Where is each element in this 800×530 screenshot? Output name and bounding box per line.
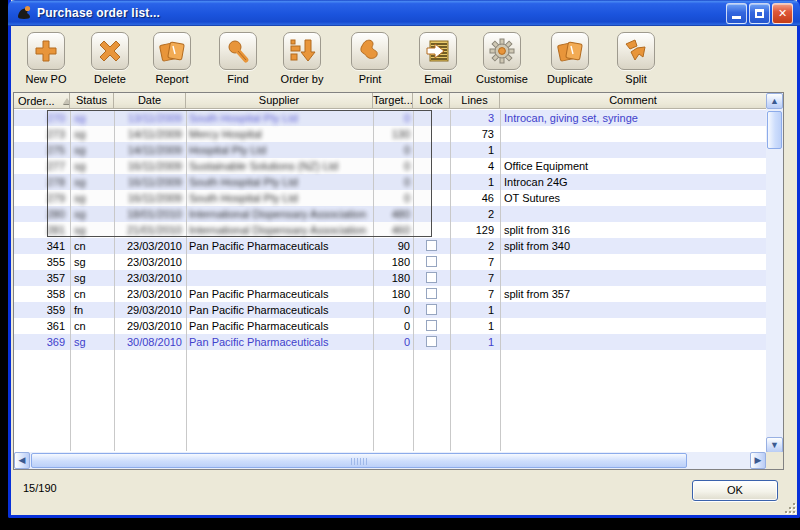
lock-checkbox[interactable] (426, 320, 437, 331)
cell-date: 29/03/2010 (114, 318, 186, 334)
table-row[interactable]: 273sg14/11/2009Mercy Hospital13073 (14, 126, 766, 142)
plus-icon (33, 38, 59, 64)
cell-status: sg (70, 254, 114, 270)
cell-date: 23/03/2010 (114, 286, 186, 302)
cell-lines: 1 (450, 142, 500, 158)
report-button[interactable]: Report (139, 32, 205, 85)
delete-button[interactable]: Delete (77, 32, 143, 85)
scroll-up-button[interactable]: ▲ (766, 93, 783, 109)
table-row[interactable]: 359fn29/03/2010Pan Pacific Pharmaceutica… (14, 302, 766, 318)
horizontal-scrollbar[interactable]: ◀ ▶ (14, 452, 766, 469)
minimize-button[interactable] (726, 3, 747, 24)
toolbar-label: Report (139, 73, 205, 85)
lock-checkbox[interactable] (426, 336, 437, 347)
horizontal-scroll-thumb[interactable] (31, 453, 687, 468)
table-row[interactable]: 357sg23/03/20101807 (14, 270, 766, 286)
minimize-icon (732, 16, 741, 19)
table-row[interactable]: 277sg16/11/2009Sustainable Solutions (NZ… (14, 158, 766, 174)
table-row[interactable]: 361cn29/03/2010Pan Pacific Pharmaceutica… (14, 318, 766, 334)
vertical-scroll-thumb[interactable] (767, 111, 782, 149)
table-row[interactable]: 281sg21/01/2010International Dispensary … (14, 222, 766, 238)
table-row[interactable]: 279sg16/11/2009South Hospital Pty Ltd046… (14, 190, 766, 206)
cell-comment: Introcan, giving set, syringe (500, 110, 766, 126)
cell-date: 14/11/2009 (114, 126, 186, 142)
cell-lock (413, 190, 450, 206)
order-by-button[interactable]: Order by (269, 32, 335, 85)
cell-lines: 4 (450, 158, 500, 174)
cell-lock (413, 126, 450, 142)
column-header-comment[interactable]: Comment (500, 93, 766, 109)
scroll-left-button[interactable]: ◀ (14, 452, 30, 469)
column-header-supplier[interactable]: Supplier (186, 93, 373, 109)
cell-status: sg (70, 190, 114, 206)
sort-down-icon (288, 38, 316, 64)
purchase-order-table: Order... Status Date Supplier Target... … (13, 92, 784, 470)
arrow-down-icon: ▼ (770, 441, 779, 450)
column-header-lock[interactable]: Lock (413, 93, 450, 109)
lock-checkbox[interactable] (426, 256, 437, 267)
cell-order: 273 (14, 126, 70, 142)
customise-button[interactable]: Customise (469, 32, 535, 85)
scrollbar-corner (766, 452, 783, 469)
cell-date: 16/11/2009 (114, 158, 186, 174)
cell-status: sg (70, 110, 114, 126)
cell-date: 23/03/2010 (114, 270, 186, 286)
cell-order: 277 (14, 158, 70, 174)
lock-checkbox[interactable] (426, 288, 437, 299)
print-button[interactable]: Print (337, 32, 403, 85)
new-po-button[interactable]: New PO (13, 32, 79, 85)
column-header-target[interactable]: Target... (373, 93, 413, 109)
titlebar[interactable]: Purchase order list... ✕ (8, 0, 800, 26)
cell-comment (500, 302, 766, 318)
toolbar-label: Order by (269, 73, 335, 85)
duplicate-button[interactable]: Duplicate (537, 32, 603, 85)
split-button[interactable]: Split (603, 32, 669, 85)
table-row[interactable]: 358cn23/03/2010Pan Pacific Pharmaceutica… (14, 286, 766, 302)
table-row[interactable]: 355sg23/03/20101807 (14, 254, 766, 270)
cell-comment (500, 318, 766, 334)
thumb-grip-icon (351, 458, 368, 465)
lock-checkbox[interactable] (426, 304, 437, 315)
cell-date: 13/11/2009 (114, 110, 186, 126)
cell-supplier: Hospital Pty Ltd (186, 142, 373, 158)
lock-checkbox[interactable] (426, 272, 437, 283)
cell-comment: OT Sutures (500, 190, 766, 206)
cell-lines: 7 (450, 270, 500, 286)
table-row[interactable]: 270sg13/11/2009South Hospital Pty Ltd03I… (14, 110, 766, 126)
table-row[interactable]: 278sg16/11/2009South Hospital Pty Ltd01I… (14, 174, 766, 190)
column-header-status[interactable]: Status (70, 93, 114, 109)
table-row[interactable]: 341cn23/03/2010Pan Pacific Pharmaceutica… (14, 238, 766, 254)
column-header-date[interactable]: Date (114, 93, 186, 109)
column-header-lines[interactable]: Lines (450, 93, 500, 109)
cell-supplier: International Dispensary Association (186, 222, 373, 238)
resize-grip[interactable] (783, 501, 795, 513)
cell-date: 23/03/2010 (114, 254, 186, 270)
email-send-icon (425, 38, 451, 64)
maximize-button[interactable] (749, 3, 770, 24)
table-row[interactable]: 280sg18/01/2010International Dispensary … (14, 206, 766, 222)
close-button[interactable]: ✕ (772, 3, 793, 24)
cell-lines: 2 (450, 238, 500, 254)
cell-comment (500, 206, 766, 222)
cell-status: sg (70, 158, 114, 174)
cell-target: 0 (373, 110, 413, 126)
row-count-status: 15/190 (23, 482, 57, 494)
cell-comment: split from 316 (500, 222, 766, 238)
cell-comment: Introcan 24G (500, 174, 766, 190)
cell-comment (500, 334, 766, 350)
scroll-right-button[interactable]: ▶ (750, 452, 766, 469)
scroll-down-button[interactable]: ▼ (766, 437, 783, 453)
table-row[interactable]: 369sg30/08/2010Pan Pacific Pharmaceutica… (14, 334, 766, 350)
table-row[interactable]: 275sg14/11/2009Hospital Pty Ltd01 (14, 142, 766, 158)
cell-target: 460 (373, 222, 413, 238)
table-rows: 270sg13/11/2009South Hospital Pty Ltd03I… (14, 110, 766, 453)
find-button[interactable]: Find (205, 32, 271, 85)
column-header-order[interactable]: Order... (14, 93, 70, 109)
cell-supplier (186, 254, 373, 270)
lock-checkbox[interactable] (426, 240, 437, 251)
vertical-scrollbar[interactable]: ▲ ▼ (766, 93, 783, 453)
cell-status: sg (70, 334, 114, 350)
cross-icon (97, 38, 123, 64)
ok-button[interactable]: OK (692, 480, 778, 501)
email-button[interactable]: Email (405, 32, 471, 85)
